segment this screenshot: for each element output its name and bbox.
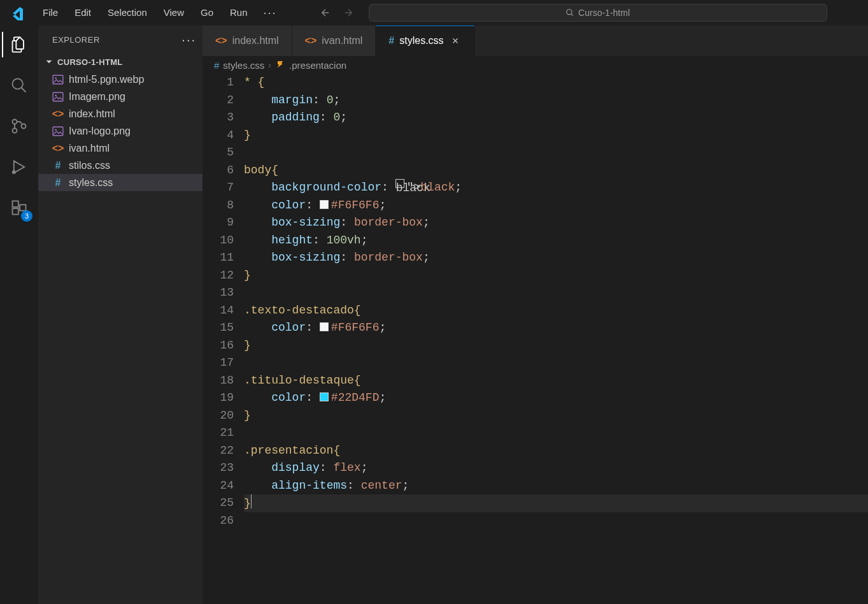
line-number: 5 [203, 144, 234, 162]
css-file-icon: # [52, 177, 64, 189]
html-file-icon: <> [52, 143, 64, 154]
svg-rect-13 [53, 127, 63, 136]
code-line[interactable]: align-items: center; [244, 477, 868, 495]
line-number: 26 [203, 512, 234, 530]
line-number: 19 [203, 389, 234, 407]
editor-tab[interactable]: <>index.html [203, 25, 292, 56]
code-line[interactable]: margin: 0; [244, 92, 868, 110]
svg-point-1 [13, 79, 23, 89]
search-icon [566, 8, 574, 17]
code-line[interactable] [244, 144, 868, 162]
code-line[interactable]: } [244, 494, 868, 512]
code-line[interactable]: box-sizing: border-box; [244, 249, 868, 267]
file-item[interactable]: #stilos.css [38, 157, 203, 174]
menu-run[interactable]: Run [223, 4, 255, 22]
nav-forward-icon[interactable] [339, 4, 357, 22]
line-number: 17 [203, 354, 234, 372]
code-line[interactable]: color: #F6F6F6; [244, 197, 868, 215]
code-line[interactable]: .presentacion{ [244, 442, 868, 460]
svg-point-0 [567, 10, 572, 15]
code-line[interactable]: body{ [244, 162, 868, 180]
file-item[interactable]: html-5.pgn.webp [38, 71, 203, 88]
code-line[interactable] [244, 284, 868, 302]
code-line[interactable] [244, 354, 868, 372]
code-editor[interactable]: 1234567891011121314151617181920212223242… [203, 74, 868, 604]
svg-point-12 [55, 94, 57, 96]
code-line[interactable]: } [244, 337, 868, 355]
sidebar-title: EXPLORER [52, 35, 100, 45]
line-number: 25 [203, 494, 234, 512]
menu-view[interactable]: View [157, 4, 191, 22]
code-line[interactable]: padding: 0; [244, 109, 868, 127]
svg-point-4 [22, 124, 26, 129]
menu-more-icon[interactable]: ··· [257, 6, 283, 20]
svg-point-3 [13, 129, 17, 133]
code-line[interactable]: color: #22D4FD; [244, 389, 868, 407]
code-line[interactable]: display: flex; [244, 459, 868, 477]
breadcrumb-item: styles.css [223, 60, 264, 71]
project-header[interactable]: CURSO-1-HTML [38, 54, 203, 69]
code-line[interactable] [244, 424, 868, 442]
line-number: 21 [203, 424, 234, 442]
command-center[interactable]: Curso-1-html [369, 4, 827, 22]
image-file-icon [52, 126, 64, 137]
code-line[interactable]: color: #F6F6F6; [244, 319, 868, 337]
line-number: 23 [203, 459, 234, 477]
tab-label: index.html [232, 35, 279, 47]
line-number: 9 [203, 214, 234, 232]
code-line[interactable]: } [244, 407, 868, 425]
file-name: stilos.css [69, 160, 110, 171]
tab-label: styles.css [399, 35, 443, 47]
sidebar-more-icon[interactable]: ··· [181, 32, 196, 47]
code-line[interactable] [244, 512, 868, 530]
file-item[interactable]: #styles.css [38, 174, 203, 191]
html-file-icon: <> [52, 108, 64, 120]
sidebar: EXPLORER ··· CURSO-1-HTML html-5.pgn.web… [38, 25, 203, 604]
breadcrumb-item: .presentacion [289, 60, 346, 71]
file-name: html-5.pgn.webp [69, 74, 144, 85]
breadcrumb[interactable]: # styles.css › .presentacion [203, 56, 868, 74]
svg-rect-7 [13, 208, 18, 214]
close-icon[interactable] [449, 34, 462, 47]
menu-go[interactable]: Go [194, 4, 220, 22]
activity-scm-icon[interactable] [2, 113, 36, 139]
tab-label: ivan.html [322, 35, 362, 47]
menu-selection[interactable]: Selection [101, 4, 154, 22]
symbol-icon [275, 59, 285, 71]
code-line[interactable]: .texto-destacado{ [244, 302, 868, 320]
menu-edit[interactable]: Edit [68, 4, 98, 22]
activity-extensions-icon[interactable]: 3 [2, 195, 36, 220]
file-item[interactable]: <>ivan.html [38, 140, 203, 157]
code-line[interactable]: height: 100vh; [244, 232, 868, 250]
line-number: 1 [203, 74, 234, 92]
code-line[interactable]: background-color: black">black; [244, 179, 868, 197]
line-number: 11 [203, 249, 234, 267]
css-file-icon: # [388, 35, 394, 47]
editor-tab[interactable]: <>ivan.html [292, 25, 376, 56]
activity-explorer-icon[interactable] [2, 32, 36, 57]
code-line[interactable]: box-sizing: border-box; [244, 214, 868, 232]
line-number: 12 [203, 267, 234, 285]
line-number: 8 [203, 197, 234, 215]
code-line[interactable]: .titulo-destaque{ [244, 372, 868, 390]
tabs: <>index.html<>ivan.html#styles.css [203, 25, 868, 56]
titlebar: File Edit Selection View Go Run ··· Curs… [0, 0, 868, 25]
svg-point-10 [55, 77, 57, 79]
svg-point-5 [12, 170, 16, 174]
file-item[interactable]: Ivan-logo.png [38, 122, 203, 140]
file-item[interactable]: Imagem.png [38, 88, 203, 105]
menu-file[interactable]: File [36, 4, 65, 22]
activity-debug-icon[interactable] [2, 154, 36, 180]
line-number: 18 [203, 372, 234, 390]
line-number: 13 [203, 284, 234, 302]
activity-search-icon[interactable] [2, 73, 36, 98]
nav-back-icon[interactable] [317, 4, 334, 22]
editor-tab[interactable]: #styles.css [376, 25, 474, 56]
code-line[interactable]: } [244, 267, 868, 285]
code-line[interactable]: * { [244, 74, 868, 92]
chevron-right-icon: › [268, 60, 271, 70]
css-file-icon: # [214, 60, 219, 71]
file-item[interactable]: <>index.html [38, 105, 203, 122]
code-line[interactable]: } [244, 127, 868, 145]
svg-rect-9 [53, 75, 63, 84]
